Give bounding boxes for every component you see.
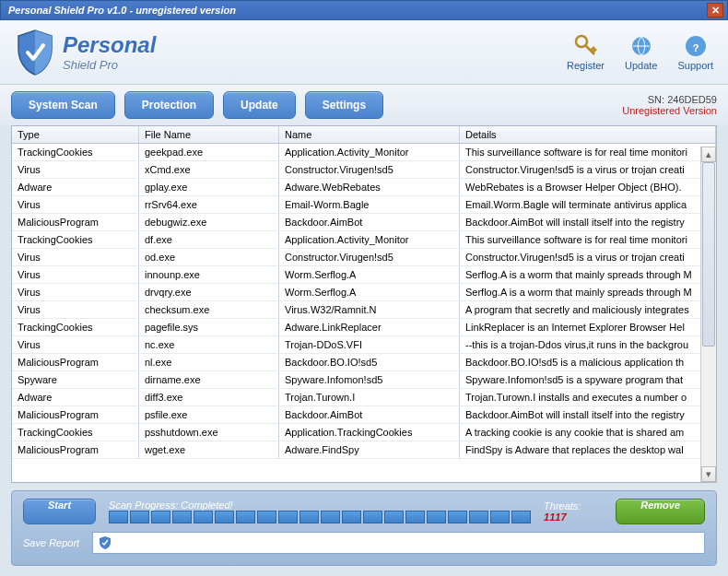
table-row[interactable]: TrackingCookiespsshutdown.exeApplication… bbox=[12, 424, 716, 441]
table-row[interactable]: Viruschecksum.exeVirus.W32/Ramnit.NA pro… bbox=[12, 301, 716, 319]
scroll-thumb[interactable] bbox=[702, 162, 715, 347]
progress-segment bbox=[511, 511, 531, 523]
cell-type: Virus bbox=[12, 266, 139, 283]
register-link[interactable]: Register bbox=[567, 34, 605, 71]
table-body: TrackingCookiesgeekpad.exeApplication.Ac… bbox=[12, 144, 716, 481]
table-row[interactable]: VirusxCmd.exeConstructor.Virugen!sd5Cons… bbox=[12, 161, 716, 179]
progress-segment bbox=[405, 511, 425, 523]
cell-name: Worm.Serflog.A bbox=[279, 266, 460, 283]
settings-button[interactable]: Settings bbox=[305, 91, 383, 119]
cell-name: Trojan.Turown.I bbox=[279, 389, 460, 406]
protection-button[interactable]: Protection bbox=[124, 91, 214, 119]
table-row[interactable]: MaliciousProgrampsfile.exeBackdoor.AimBo… bbox=[12, 406, 716, 424]
table-row[interactable]: TrackingCookiesdf.exeApplication.Activit… bbox=[12, 231, 716, 249]
progress-segment bbox=[299, 511, 319, 523]
cell-details: FindSpy is Adware that replaces the desk… bbox=[460, 441, 716, 458]
cell-type: Virus bbox=[12, 284, 139, 300]
update-link[interactable]: Update bbox=[625, 34, 657, 71]
remove-button[interactable]: Remove bbox=[616, 499, 705, 524]
cell-type: Virus bbox=[12, 161, 139, 178]
progress-segment bbox=[215, 511, 234, 523]
column-type[interactable]: Type bbox=[12, 126, 139, 143]
cell-name: Backdoor.AimBot bbox=[279, 406, 460, 423]
table-row[interactable]: VirusrrSrv64.exeEmail-Worm.BagleEmail.Wo… bbox=[12, 196, 716, 214]
table-row[interactable]: Virusod.exeConstructor.Virugen!sd5Constr… bbox=[12, 249, 716, 266]
cell-details: Backdoor.AimBot will install itself into… bbox=[460, 214, 716, 230]
cell-file: gplay.exe bbox=[139, 179, 279, 195]
support-link[interactable]: ? Support bbox=[677, 34, 713, 71]
progress-segment bbox=[469, 511, 488, 523]
update-button[interactable]: Update bbox=[223, 91, 296, 119]
table-row[interactable]: MaliciousProgramwget.exeAdware.FindSpyFi… bbox=[12, 441, 716, 459]
threats-label: Threats: bbox=[544, 500, 581, 511]
cell-file: nl.exe bbox=[139, 354, 279, 370]
cell-file: psfile.exe bbox=[139, 406, 279, 423]
table-row[interactable]: Virusinnounp.exeWorm.Serflog.ASerflog.A … bbox=[12, 266, 716, 284]
cell-type: Virus bbox=[12, 196, 139, 213]
cell-file: drvqry.exe bbox=[139, 284, 279, 300]
table-row[interactable]: MaliciousProgramdebugwiz.exeBackdoor.Aim… bbox=[12, 214, 716, 231]
cell-name: Constructor.Virugen!sd5 bbox=[279, 161, 460, 178]
cell-details: This surveillance software is for real t… bbox=[460, 144, 716, 160]
cell-name: Adware.FindSpy bbox=[279, 441, 460, 458]
table-row[interactable]: Virusnc.exeTrojan-DDoS.VFI--this is a tr… bbox=[12, 336, 716, 354]
progress-segment bbox=[363, 511, 382, 523]
app-logo: Personal Shield Pro bbox=[15, 29, 156, 76]
cell-file: geekpad.exe bbox=[139, 144, 279, 160]
cell-details: LinkReplacer is an Internet Explorer Bro… bbox=[460, 319, 716, 335]
cell-type: TrackingCookies bbox=[12, 231, 139, 248]
cell-details: A tracking cookie is any cookie that is … bbox=[460, 424, 716, 441]
cell-name: Backdoor.AimBot bbox=[279, 214, 460, 230]
cell-name: Application.Activity_Monitor bbox=[279, 144, 460, 160]
cell-file: dirname.exe bbox=[139, 371, 279, 388]
cell-details: Constructor.Virugen!sd5 is a virus or tr… bbox=[460, 249, 716, 265]
table-row[interactable]: Spywaredirname.exeSpyware.Infomon!sd5Spy… bbox=[12, 371, 716, 389]
cell-type: Virus bbox=[12, 249, 139, 265]
cell-file: wget.exe bbox=[139, 441, 279, 458]
cell-file: pagefile.sys bbox=[139, 319, 279, 335]
table-row[interactable]: TrackingCookiesgeekpad.exeApplication.Ac… bbox=[12, 144, 716, 161]
scan-progress-value: Completed! bbox=[181, 500, 232, 511]
progress-segment bbox=[342, 511, 361, 523]
cell-file: xCmd.exe bbox=[139, 161, 279, 178]
table-row[interactable]: Adwaregplay.exeAdware.WebRebatesWebRebat… bbox=[12, 179, 716, 196]
start-button[interactable]: Start bbox=[23, 499, 96, 524]
progress-segment bbox=[172, 511, 192, 523]
progress-segment bbox=[384, 511, 404, 523]
close-icon[interactable]: ✕ bbox=[707, 3, 723, 18]
cell-details: Backdoor.BO.IO!sd5 is a malicious applic… bbox=[460, 354, 716, 370]
table-row[interactable]: MaliciousProgramnl.exeBackdoor.BO.IO!sd5… bbox=[12, 354, 716, 371]
support-label: Support bbox=[677, 60, 713, 71]
cell-type: Adware bbox=[12, 179, 139, 195]
scroll-track[interactable] bbox=[701, 162, 716, 466]
cell-type: MaliciousProgram bbox=[12, 406, 139, 423]
scroll-down-button[interactable]: ▾ bbox=[701, 466, 716, 482]
vertical-scrollbar[interactable]: ▴ ▾ bbox=[700, 147, 716, 482]
cell-type: Adware bbox=[12, 389, 139, 406]
save-report-field[interactable] bbox=[92, 532, 705, 554]
serial-number: SN: 246DED59 bbox=[622, 94, 717, 105]
cell-details: --this is a trojan-Ddos virus,it runs in… bbox=[460, 336, 716, 353]
cell-file: df.exe bbox=[139, 231, 279, 248]
title-bar: Personal Shield Pro v1.0 - unregistered … bbox=[0, 0, 728, 20]
cell-details: This surveillance software is for real t… bbox=[460, 231, 716, 248]
table-row[interactable]: Adwarediff3.exeTrojan.Turown.ITrojan.Tur… bbox=[12, 389, 716, 406]
system-scan-button[interactable]: System Scan bbox=[11, 91, 115, 119]
cell-name: Application.TrackingCookies bbox=[279, 424, 460, 441]
cell-details: Spyware.Infomon!sd5 is a spyware program… bbox=[460, 371, 716, 388]
column-details[interactable]: Details bbox=[460, 126, 716, 143]
cell-details: Email.Worm.Bagle will terminate antiviru… bbox=[460, 196, 716, 213]
progress-segment bbox=[109, 511, 128, 523]
cell-type: TrackingCookies bbox=[12, 424, 139, 441]
progress-segment bbox=[321, 511, 340, 523]
scroll-up-button[interactable]: ▴ bbox=[701, 147, 716, 162]
column-filename[interactable]: File Name bbox=[139, 126, 279, 143]
table-row[interactable]: Virusdrvqry.exeWorm.Serflog.ASerflog.A i… bbox=[12, 284, 716, 301]
table-row[interactable]: TrackingCookiespagefile.sysAdware.LinkRe… bbox=[12, 319, 716, 336]
globe-refresh-icon bbox=[629, 34, 653, 58]
threats-table: Type File Name Name Details TrackingCook… bbox=[11, 125, 717, 483]
column-name[interactable]: Name bbox=[279, 126, 460, 143]
save-report-label: Save Report bbox=[23, 537, 79, 548]
shield-icon bbox=[15, 29, 55, 76]
cell-type: Virus bbox=[12, 336, 139, 353]
